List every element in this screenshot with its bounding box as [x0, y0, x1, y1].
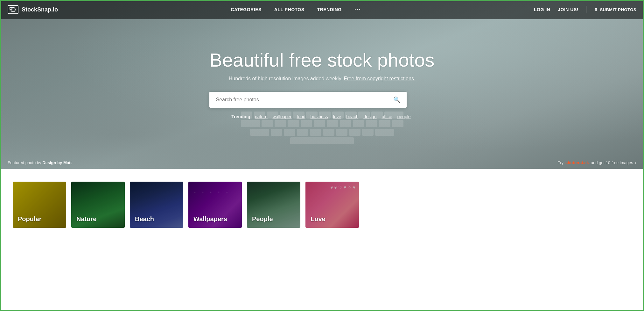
trending-label: Trending: — [231, 114, 252, 119]
promo-link[interactable]: shutterst.ck — [565, 160, 589, 165]
promo-area: Try shutterst.ck and get 10 free images … — [558, 160, 636, 165]
category-love-label: Love — [311, 215, 326, 223]
category-wallpapers[interactable]: Wallpapers — [188, 182, 242, 228]
trending-design[interactable]: design — [363, 114, 376, 119]
copyright-link[interactable]: Free from copyright restrictions. — [344, 76, 415, 81]
nav-trending[interactable]: TRENDING — [317, 7, 342, 12]
category-people[interactable]: People — [247, 182, 300, 228]
trending-office[interactable]: office — [382, 114, 392, 119]
categories-section: Popular Nature Beach Wallpapers People ♥ — [0, 169, 644, 234]
nav-divider — [586, 6, 586, 13]
trending-love[interactable]: love — [333, 114, 341, 119]
nav-all-photos[interactable]: ALL PHOTOS — [274, 7, 304, 12]
hero-title: Beautiful free stock photos — [209, 50, 434, 71]
trending-wallpaper[interactable]: wallpaper — [273, 114, 292, 119]
category-love[interactable]: ♥ ♥ ♡ ♥ ♡ ♥ Love — [305, 182, 359, 228]
category-popular[interactable]: Popular — [13, 182, 66, 228]
navbar: StockSnap.io CATEGORIES ALL PHOTOS TREND… — [0, 0, 644, 19]
hero-footer: Featured photo by Design by Matt Try shu… — [0, 156, 644, 169]
search-icon: 🔍 — [393, 96, 400, 103]
search-bar: 🔍 — [209, 92, 407, 108]
promo-arrow: › — [635, 160, 636, 165]
trending-business[interactable]: business — [311, 114, 328, 119]
category-wallpapers-label: Wallpapers — [193, 215, 227, 223]
featured-author[interactable]: Design by Matt — [42, 160, 72, 165]
featured-credit: Featured photo by Design by Matt — [8, 160, 72, 165]
search-input[interactable] — [209, 92, 387, 108]
promo-suffix: and get 10 free images — [591, 160, 633, 165]
category-nature-label: Nature — [76, 215, 96, 223]
nav-more[interactable]: ··· — [354, 6, 361, 13]
logo-text: StockSnap.io — [22, 6, 58, 13]
category-nature[interactable]: Nature — [71, 182, 125, 228]
promo-text: Try — [558, 160, 564, 165]
category-beach-label: Beach — [135, 215, 154, 223]
trending-food[interactable]: food — [297, 114, 305, 119]
hero-content: Beautiful free stock photos Hundreds of … — [203, 50, 441, 119]
hero-subtitle: Hundreds of high resolution images added… — [209, 76, 434, 82]
categories-grid: Popular Nature Beach Wallpapers People ♥ — [13, 182, 631, 228]
category-beach[interactable]: Beach — [130, 182, 183, 228]
trending-nature[interactable]: nature — [255, 114, 268, 119]
nav-center: CATEGORIES ALL PHOTOS TRENDING ··· — [58, 6, 534, 13]
nav-join[interactable]: JOIN US! — [558, 7, 578, 12]
featured-text: Featured photo by — [8, 160, 41, 165]
category-people-label: People — [252, 215, 273, 223]
upload-icon: ⬆ — [594, 7, 598, 12]
nav-categories[interactable]: CATEGORIES — [231, 7, 262, 12]
hero-subtitle-text: Hundreds of high resolution images added… — [229, 76, 342, 81]
search-button[interactable]: 🔍 — [387, 92, 407, 108]
category-popular-label: Popular — [18, 215, 41, 223]
logo-icon — [8, 5, 18, 14]
site-logo[interactable]: StockSnap.io — [8, 5, 58, 14]
nav-login[interactable]: LOG IN — [534, 7, 550, 12]
trending-beach[interactable]: beach — [346, 114, 358, 119]
nav-submit[interactable]: ⬆ SUBMIT PHOTOS — [594, 7, 636, 12]
trending-people[interactable]: people — [397, 114, 411, 119]
trending-row: Trending: nature wallpaper food business… — [209, 114, 434, 119]
hero-section: Beautiful free stock photos Hundreds of … — [0, 0, 644, 169]
submit-label: SUBMIT PHOTOS — [600, 7, 636, 12]
nav-right: LOG IN JOIN US! ⬆ SUBMIT PHOTOS — [534, 6, 636, 13]
